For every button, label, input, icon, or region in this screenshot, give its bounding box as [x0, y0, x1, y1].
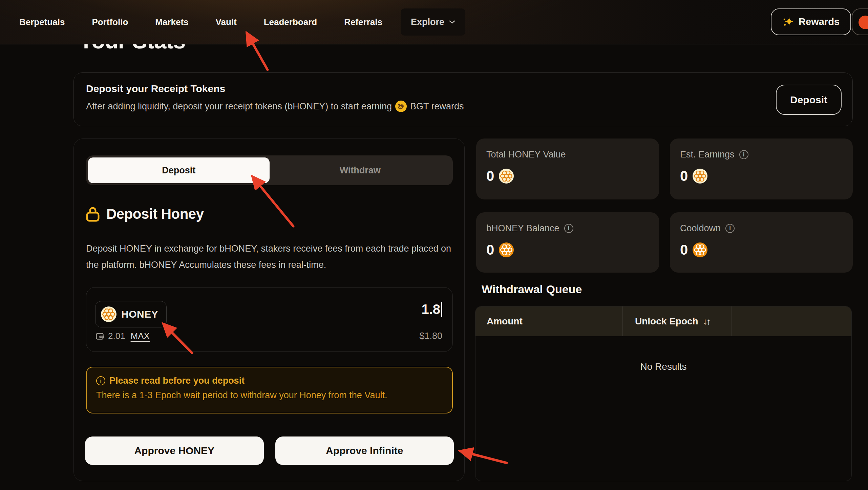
chevron-down-icon: [449, 20, 455, 24]
deposit-notice: i Please read before you deposit There i…: [86, 367, 453, 413]
withdrawal-queue-title: Withdrawal Queue: [482, 283, 582, 296]
explore-menu-button[interactable]: Explore: [401, 8, 465, 36]
deposit-honey-heading: Deposit Honey: [86, 206, 204, 222]
nav-item-markets[interactable]: Markets: [155, 17, 188, 27]
honey-token-icon: [101, 306, 117, 322]
table-header-row: Amount Unlock Epoch ↓↑: [475, 306, 851, 336]
stat-value: 0: [486, 168, 494, 184]
stat-label: bHONEY Balance: [486, 223, 559, 234]
top-nav: Berpetuals Portfolio Markets Vault Leade…: [0, 0, 868, 44]
wallet-edge-button[interactable]: [852, 8, 868, 35]
lock-icon: [86, 206, 100, 222]
wallet-balance-value: 2.01: [108, 331, 125, 341]
approve-infinite-button[interactable]: Approve Infinite: [275, 436, 454, 465]
tab-withdraw[interactable]: Withdraw: [270, 157, 451, 183]
nav-item-leaderboard[interactable]: Leaderboard: [264, 17, 317, 27]
deposit-description: Deposit HONEY in exchange for bHONEY, st…: [86, 240, 457, 273]
honey-token-icon: [499, 169, 514, 184]
bhoney-token-icon: [499, 242, 514, 257]
stat-value: 0: [680, 242, 688, 258]
stat-card-total-honey-value: Total HONEY Value 0: [476, 139, 659, 199]
amount-value: 1.8: [421, 302, 440, 317]
amount-input[interactable]: 1.8: [421, 302, 442, 317]
text-caret: [441, 302, 442, 317]
stat-value: 0: [486, 242, 494, 258]
explore-label: Explore: [411, 17, 444, 27]
token-symbol: HONEY: [121, 308, 158, 320]
usd-value: $1.80: [419, 331, 442, 341]
notice-title: Please read before you deposit: [109, 376, 245, 386]
bhoney-token-icon: [693, 242, 707, 257]
stat-label: Cooldown: [680, 223, 721, 234]
info-icon[interactable]: i: [739, 150, 748, 159]
info-icon[interactable]: i: [564, 224, 573, 233]
nav-item-portfolio[interactable]: Portfolio: [92, 17, 128, 27]
deposit-amount-box: HONEY 1.8 2.01 MAX $1.80: [86, 287, 453, 352]
no-results-label: No Results: [640, 361, 687, 372]
wallet-balance: 2.01 MAX: [96, 331, 150, 341]
info-icon: i: [96, 376, 105, 385]
nav-item-vault[interactable]: Vault: [216, 17, 237, 27]
notice-title-row: i Please read before you deposit: [96, 376, 443, 386]
banner-subtitle-suffix: BGT rewards: [410, 101, 464, 112]
stat-value: 0: [680, 168, 688, 184]
tab-deposit[interactable]: Deposit: [88, 157, 270, 183]
withdrawal-queue-table: Amount Unlock Epoch ↓↑ No Results: [475, 306, 852, 481]
deposit-honey-title: Deposit Honey: [106, 206, 204, 222]
column-label: Unlock Epoch: [635, 316, 698, 327]
notice-body: There is a 1-3 Epoch wait period to with…: [96, 390, 443, 401]
column-header-unlock-epoch[interactable]: Unlock Epoch ↓↑: [623, 306, 732, 336]
sort-icon: ↓↑: [703, 316, 710, 327]
banner-title: Deposit your Receipt Tokens: [86, 83, 225, 94]
bgt-token-icon: [395, 101, 407, 112]
amount-subrow: 2.01 MAX $1.80: [96, 331, 442, 341]
banner-subtitle: After adding liquidity, deposit your rec…: [86, 101, 464, 112]
nav-item-referrals[interactable]: Referrals: [344, 17, 382, 27]
column-header-amount: Amount: [475, 306, 623, 336]
rewards-label: Rewards: [799, 16, 840, 27]
stat-label: Total HONEY Value: [486, 149, 566, 160]
table-empty-state: No Results: [475, 336, 851, 372]
honey-token-icon: [693, 169, 707, 184]
approve-buttons-row: Approve HONEY Approve Infinite: [85, 436, 454, 465]
nav-item-berpetuals[interactable]: Berpetuals: [19, 17, 65, 27]
token-selector[interactable]: HONEY: [95, 301, 167, 327]
wallet-token-icon: [859, 16, 868, 29]
rewards-button[interactable]: Rewards: [771, 8, 851, 35]
banner-subtitle-text: After adding liquidity, deposit your rec…: [86, 101, 392, 112]
approve-honey-button[interactable]: Approve HONEY: [85, 436, 264, 465]
sparkle-icon: [782, 16, 794, 28]
receipt-tokens-banner: Deposit your Receipt Tokens After adding…: [73, 72, 853, 126]
column-header-empty: [732, 306, 851, 336]
stat-card-est-earnings: Est. Earnings i 0: [670, 139, 853, 199]
wallet-icon: [96, 332, 105, 340]
vault-deposit-card: Deposit Withdraw Deposit Honey Deposit H…: [73, 139, 465, 481]
column-label: Amount: [487, 316, 523, 327]
max-button[interactable]: MAX: [131, 331, 150, 341]
vault-page: Your Stats Berpetuals Portfolio Markets …: [0, 0, 868, 490]
stat-label: Est. Earnings: [680, 149, 735, 160]
stat-card-cooldown: Cooldown i 0: [670, 212, 853, 273]
info-icon[interactable]: i: [725, 224, 735, 233]
banner-deposit-button[interactable]: Deposit: [776, 85, 842, 115]
deposit-withdraw-tabs: Deposit Withdraw: [86, 155, 453, 185]
stat-card-bhoney-balance: bHONEY Balance i 0: [476, 212, 659, 273]
